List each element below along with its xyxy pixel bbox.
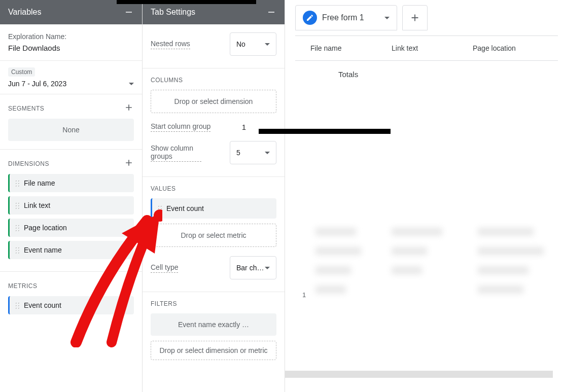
column-header[interactable]: Link text — [392, 44, 473, 52]
redaction-bar — [117, 0, 256, 4]
filter-chip[interactable]: Event name exactly … — [151, 313, 276, 336]
totals-row: Totals — [295, 60, 558, 88]
report-tab-active[interactable]: Free form 1 — [295, 5, 397, 30]
blurred-data-area — [295, 88, 558, 316]
values-drop-area[interactable]: Drop or select metric — [151, 224, 276, 247]
show-columns-label: Show column groups — [151, 144, 201, 162]
date-range-value: Jun 7 - Jul 6, 2023 — [8, 80, 66, 88]
dimension-chip[interactable]: Link text — [8, 196, 134, 215]
tab-settings-panel: Tab Settings Nested rows No COLUMNS Drop… — [143, 0, 285, 392]
cell-type-value: Bar ch… — [236, 264, 264, 272]
start-column-value[interactable]: 1 — [242, 123, 246, 131]
chevron-down-icon[interactable] — [384, 17, 390, 19]
value-chip[interactable]: Event count — [151, 198, 276, 219]
add-segment-button[interactable] — [124, 102, 134, 115]
report-table: File name Link text Page location Totals — [295, 35, 558, 316]
report-area: Free form 1 File name Link text Page loc… — [285, 0, 563, 392]
value-chip-label: Event count — [166, 204, 204, 212]
exploration-name-section: Exploration Name: File Downlaods — [0, 24, 142, 61]
nested-rows-label: Nested rows — [151, 40, 190, 49]
exploration-name-label: Exploration Name: — [8, 32, 134, 41]
drag-handle-icon — [15, 224, 20, 231]
filters-section: FILTERS Event name exactly … Drop or sel… — [143, 292, 285, 372]
segments-none-chip[interactable]: None — [8, 119, 134, 141]
columns-drop-area[interactable]: Drop or select dimension — [151, 90, 276, 113]
segments-title: SEGMENTS — [8, 105, 44, 112]
drag-handle-icon — [15, 246, 20, 254]
metric-chip-label: Event count — [24, 301, 61, 309]
cell-type-label: Cell type — [151, 263, 178, 273]
nested-rows-select[interactable]: No — [230, 32, 276, 56]
nested-rows-section: Nested rows No — [143, 24, 285, 68]
variables-panel: Variables Exploration Name: File Downlao… — [0, 0, 143, 392]
start-column-label: Start column group — [151, 122, 210, 132]
variables-title: Variables — [8, 8, 42, 17]
exploration-name-value[interactable]: File Downlaods — [8, 44, 134, 52]
add-tab-button[interactable] — [402, 5, 428, 30]
tab-bar: Free form 1 — [295, 5, 558, 30]
metrics-section: METRICS Event count — [0, 272, 142, 327]
metrics-title: METRICS — [8, 282, 38, 290]
column-header[interactable]: File name — [310, 44, 392, 52]
collapse-variables-icon[interactable] — [124, 7, 134, 17]
svg-rect-0 — [126, 12, 132, 13]
drag-handle-icon — [157, 205, 162, 212]
date-range-section[interactable]: Custom Jun 7 - Jul 6, 2023 — [0, 61, 142, 94]
tab-settings-title: Tab Settings — [151, 8, 195, 17]
show-columns-value: 5 — [236, 149, 240, 157]
drag-handle-icon — [15, 202, 20, 209]
date-preset-label: Custom — [8, 67, 35, 77]
chevron-down-icon — [129, 83, 134, 85]
dimension-chip[interactable]: Event name — [8, 241, 134, 259]
metric-chip[interactable]: Event count — [8, 296, 134, 314]
horizontal-scrollbar[interactable] — [285, 371, 553, 378]
chevron-down-icon — [265, 152, 270, 154]
columns-title: COLUMNS — [151, 77, 276, 84]
edit-icon — [303, 11, 317, 25]
values-section: VALUES Event count Drop or select metric… — [143, 177, 285, 292]
svg-rect-1 — [268, 12, 274, 13]
dimensions-section: DIMENSIONS File name Link text Page loca… — [0, 150, 142, 272]
add-metric-button[interactable] — [124, 280, 134, 292]
dimension-chip[interactable]: Page location — [8, 219, 134, 237]
column-headers-row: File name Link text Page location — [295, 36, 558, 60]
add-dimension-button[interactable] — [124, 158, 134, 170]
dimension-chip-label: Event name — [24, 246, 62, 254]
nested-rows-value: No — [236, 40, 245, 48]
filters-title: FILTERS — [151, 300, 276, 307]
values-title: VALUES — [151, 185, 276, 192]
drag-handle-icon — [15, 302, 20, 309]
dimension-chip-label: Page location — [24, 224, 67, 232]
table-row-number: 1 — [302, 291, 306, 299]
dimension-chip-label: File name — [24, 179, 55, 187]
collapse-tabsettings-icon[interactable] — [266, 7, 276, 17]
totals-label: Totals — [338, 70, 358, 79]
columns-section: COLUMNS Drop or select dimension Start c… — [143, 68, 285, 177]
redaction-bar — [259, 129, 391, 134]
chevron-down-icon — [265, 43, 270, 46]
tab-name: Free form 1 — [322, 13, 364, 22]
drag-handle-icon — [15, 180, 20, 187]
chevron-down-icon — [265, 267, 270, 269]
segments-section: SEGMENTS None — [0, 94, 142, 150]
dimension-chip-label: Link text — [24, 201, 50, 209]
show-columns-select[interactable]: 5 — [230, 141, 276, 164]
dimension-chip[interactable]: File name — [8, 174, 134, 192]
cell-type-select[interactable]: Bar ch… — [230, 256, 276, 279]
filter-drop-area[interactable]: Drop or select dimension or metric — [151, 341, 276, 360]
column-header[interactable]: Page location — [473, 44, 554, 52]
dimensions-title: DIMENSIONS — [8, 160, 49, 167]
